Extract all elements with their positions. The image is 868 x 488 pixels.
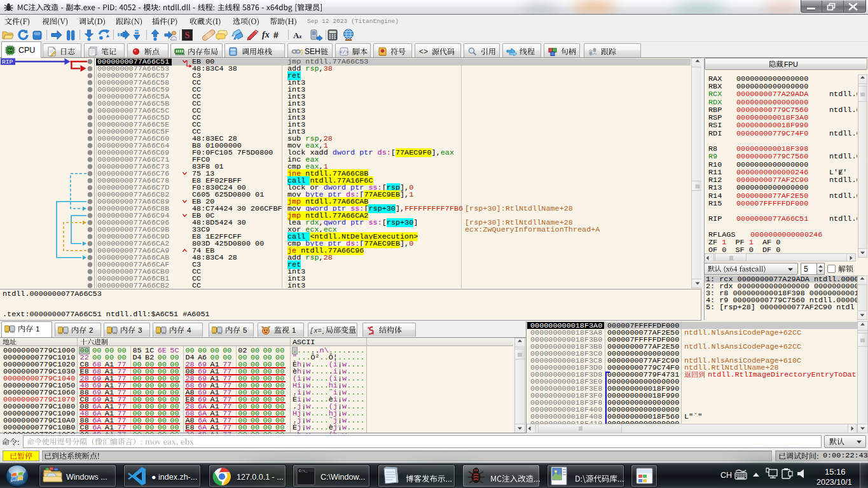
svg-text:RIP: RIP — [2, 59, 13, 66]
svg-text:[x=]: [x=] — [310, 327, 324, 335]
svg-text:C:\_: C:\_ — [299, 469, 308, 473]
